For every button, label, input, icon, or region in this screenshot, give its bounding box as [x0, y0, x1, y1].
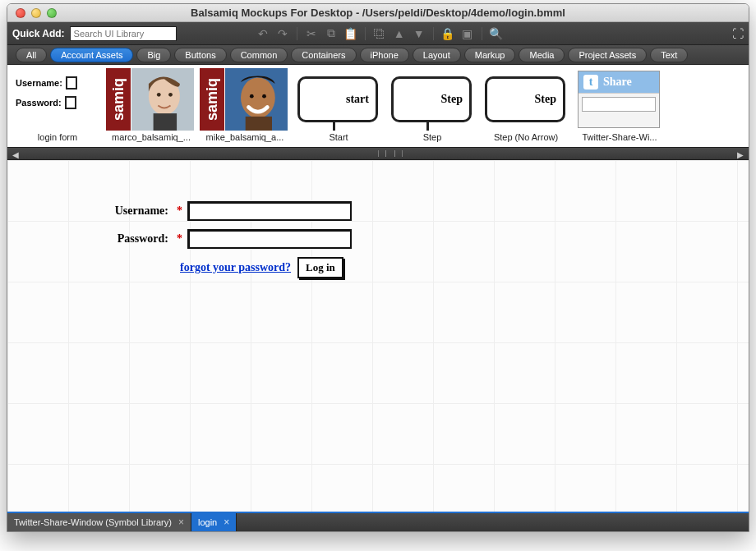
quickadd-search-input[interactable] — [70, 26, 177, 41]
scrollbar-grip[interactable] — [378, 150, 403, 157]
toolbar: Quick Add: ↶ ↷ ✂ ⧉ 📋 ⿻ ▲ ▼ 🔒 ▣ 🔍 ⛶ — [7, 22, 749, 45]
document-tabs: Twitter-Share-Window (Symbol Library) × … — [7, 513, 749, 531]
tab-twitter-share-window[interactable]: Twitter-Share-Window (Symbol Library) × — [7, 513, 191, 531]
twitter-share-text: Share — [603, 76, 632, 89]
titlebar: Balsamiq Mockups For Desktop - /Users/pe… — [7, 4, 749, 22]
category-text[interactable]: Text — [650, 48, 688, 62]
close-tab-icon[interactable]: × — [224, 517, 229, 528]
password-label: Password: — [98, 232, 172, 246]
password-row: Password: * — [98, 229, 352, 249]
username-label: Username: — [98, 204, 172, 218]
library-item-step-no-arrow[interactable]: Step Step (No Arrow) — [481, 68, 571, 145]
avatar-photo — [131, 68, 195, 131]
cut-icon[interactable]: ✂ — [304, 27, 319, 40]
svg-point-2 — [157, 93, 161, 97]
avatar-photo — [224, 68, 288, 131]
category-big[interactable]: Big — [136, 48, 171, 62]
step-text: start — [346, 93, 369, 106]
svg-point-7 — [250, 94, 254, 99]
library-item-label: Start — [293, 132, 384, 142]
step-thumb: start — [297, 76, 378, 122]
paste-icon[interactable]: 📋 — [343, 27, 358, 40]
category-iphone[interactable]: iPhone — [360, 48, 409, 62]
library-item-start[interactable]: start Start — [293, 68, 384, 145]
toolbar-separator — [365, 27, 366, 40]
step-text: Step — [441, 93, 463, 106]
library-item-label: Step (No Arrow) — [481, 132, 571, 142]
step-text: Step — [535, 93, 556, 106]
category-layout[interactable]: Layout — [413, 48, 461, 62]
library-item-label: login form — [12, 132, 103, 142]
twitter-thumb: t Share — [578, 71, 660, 128]
scroll-left-icon[interactable]: ◀ — [7, 148, 24, 161]
quickadd-label: Quick Add: — [12, 28, 65, 39]
group-icon[interactable]: ▣ — [460, 27, 475, 40]
library-item-twitter-share[interactable]: t Share Twitter-Share-Wi... — [574, 68, 665, 145]
username-input[interactable] — [187, 201, 352, 221]
category-buttons[interactable]: Buttons — [174, 48, 226, 62]
toolbar-separator — [433, 27, 434, 40]
bring-front-icon[interactable]: ▲ — [392, 27, 407, 40]
category-media[interactable]: Media — [519, 48, 565, 62]
library-item-step[interactable]: Step Step — [387, 68, 477, 145]
category-containers[interactable]: Containers — [291, 48, 356, 62]
toolbar-separator — [482, 27, 482, 40]
close-window-button[interactable] — [16, 8, 25, 18]
category-account-assets[interactable]: Account Assets — [50, 48, 133, 62]
category-all[interactable]: All — [16, 48, 47, 62]
svg-rect-4 — [154, 113, 177, 131]
twitter-bird-icon: t — [583, 75, 598, 90]
app-window: Balsamiq Mockups For Desktop - /Users/pe… — [7, 3, 749, 532]
search-icon[interactable]: 🔍 — [489, 27, 504, 40]
lock-icon[interactable]: 🔒 — [440, 27, 455, 40]
traffic-lights — [7, 8, 57, 18]
password-input[interactable] — [187, 229, 352, 249]
avatar-brand-text: samiq — [200, 68, 224, 131]
library-item-label: Step — [387, 132, 477, 142]
svg-rect-9 — [246, 117, 272, 131]
svg-point-3 — [168, 93, 173, 97]
thumb-password-label: Password: — [16, 93, 62, 112]
copy-icon[interactable]: ⧉ — [324, 27, 339, 40]
canvas-active-border — [7, 512, 749, 513]
category-common[interactable]: Common — [230, 48, 288, 62]
library-item-label: marco_balsamiq_... — [106, 132, 196, 142]
category-markup[interactable]: Markup — [464, 48, 516, 62]
minimize-window-button[interactable] — [31, 8, 41, 18]
forgot-password-link[interactable]: forgot your password? — [180, 261, 291, 274]
redo-icon[interactable]: ↷ — [275, 27, 290, 40]
undo-icon[interactable]: ↶ — [256, 27, 270, 40]
library-scrollbar[interactable]: ◀ ▶ — [7, 147, 749, 160]
library-item-mike-avatar[interactable]: samiq mike_balsamiq_a... — [200, 68, 290, 145]
tab-login[interactable]: login × — [191, 513, 237, 531]
category-project-assets[interactable]: Project Assets — [568, 48, 647, 62]
step-thumb: Step — [391, 76, 472, 122]
required-star-icon: * — [177, 232, 182, 246]
tab-label: login — [198, 517, 217, 527]
zoom-window-button[interactable] — [47, 8, 57, 18]
fullscreen-icon[interactable]: ⛶ — [732, 27, 744, 40]
send-back-icon[interactable]: ▼ — [412, 27, 426, 40]
login-button[interactable]: Log in — [297, 257, 343, 278]
duplicate-icon[interactable]: ⿻ — [372, 27, 387, 40]
mockup-canvas[interactable]: Username: * Password: * forgot your pass… — [7, 160, 749, 513]
library-item-login-form[interactable]: Username: Password: login form — [12, 68, 103, 145]
form-actions: forgot your password? Log in — [180, 257, 352, 278]
thumb-username-label: Username: — [16, 73, 62, 93]
tab-label: Twitter-Share-Window (Symbol Library) — [14, 517, 172, 527]
close-tab-icon[interactable]: × — [178, 517, 184, 528]
scroll-right-icon[interactable]: ▶ — [732, 148, 749, 161]
svg-point-8 — [262, 94, 266, 99]
login-form-thumb: Username: Password: — [12, 68, 101, 131]
required-star-icon: * — [177, 204, 182, 218]
window-title: Balsamiq Mockups For Desktop - /Users/pe… — [7, 7, 749, 19]
login-form-mockup[interactable]: Username: * Password: * forgot your pass… — [98, 201, 352, 278]
ui-library-panel: Username: Password: login form samiq — [7, 65, 749, 147]
avatar-brand-text: samiq — [106, 68, 131, 131]
library-item-label: mike_balsamiq_a... — [200, 132, 290, 142]
library-item-marco-avatar[interactable]: samiq marco_balsamiq_... — [106, 68, 196, 145]
step-thumb: Step — [485, 76, 565, 122]
library-item-label: Twitter-Share-Wi... — [574, 132, 665, 142]
toolbar-separator — [297, 27, 297, 40]
username-row: Username: * — [98, 201, 352, 221]
